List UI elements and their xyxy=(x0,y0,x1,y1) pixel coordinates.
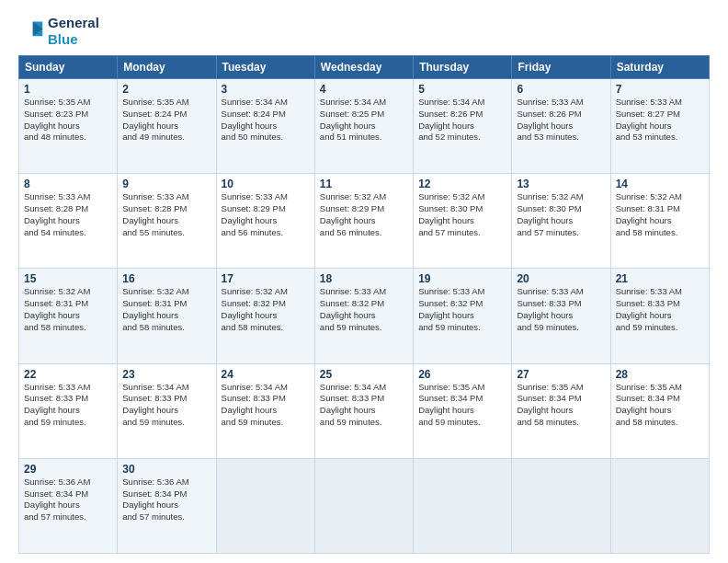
weekday-header-sunday: Sunday xyxy=(19,56,118,79)
day-number: 20 xyxy=(517,272,605,285)
day-info: Sunrise: 5:36 AM Sunset: 8:34 PM Dayligh… xyxy=(122,477,210,523)
day-cell: 20 Sunrise: 5:33 AM Sunset: 8:33 PM Dayl… xyxy=(512,269,610,363)
day-number: 13 xyxy=(517,178,605,190)
day-cell: 10 Sunrise: 5:33 AM Sunset: 8:29 PM Dayl… xyxy=(216,174,314,269)
day-number: 17 xyxy=(222,272,310,285)
logo-icon xyxy=(18,18,44,44)
day-cell xyxy=(610,458,709,553)
day-number: 8 xyxy=(24,178,112,190)
day-number: 11 xyxy=(320,178,408,190)
day-info: Sunrise: 5:34 AM Sunset: 8:33 PM Dayligh… xyxy=(320,382,408,429)
day-info: Sunrise: 5:34 AM Sunset: 8:24 PM Dayligh… xyxy=(222,97,310,144)
day-info: Sunrise: 5:33 AM Sunset: 8:32 PM Dayligh… xyxy=(320,286,408,333)
day-number: 24 xyxy=(222,368,310,381)
day-number: 7 xyxy=(616,83,704,96)
day-number: 15 xyxy=(24,272,112,285)
day-info: Sunrise: 5:34 AM Sunset: 8:25 PM Dayligh… xyxy=(320,97,408,144)
day-number: 30 xyxy=(122,463,210,476)
day-number: 12 xyxy=(418,178,506,190)
day-cell: 28 Sunrise: 5:35 AM Sunset: 8:34 PM Dayl… xyxy=(610,363,709,458)
day-info: Sunrise: 5:36 AM Sunset: 8:34 PM Dayligh… xyxy=(24,477,112,523)
day-cell: 5 Sunrise: 5:34 AM Sunset: 8:26 PM Dayli… xyxy=(414,79,512,174)
day-number: 1 xyxy=(24,83,112,96)
day-cell xyxy=(512,458,610,553)
day-info: Sunrise: 5:33 AM Sunset: 8:32 PM Dayligh… xyxy=(418,286,506,333)
day-info: Sunrise: 5:32 AM Sunset: 8:31 PM Dayligh… xyxy=(122,286,210,333)
weekday-header-saturday: Saturday xyxy=(610,56,709,79)
day-info: Sunrise: 5:33 AM Sunset: 8:33 PM Dayligh… xyxy=(616,286,704,333)
day-cell: 7 Sunrise: 5:33 AM Sunset: 8:27 PM Dayli… xyxy=(610,79,709,174)
day-cell: 14 Sunrise: 5:32 AM Sunset: 8:31 PM Dayl… xyxy=(610,174,709,269)
day-cell: 16 Sunrise: 5:32 AM Sunset: 8:31 PM Dayl… xyxy=(118,269,216,363)
day-info: Sunrise: 5:34 AM Sunset: 8:33 PM Dayligh… xyxy=(122,382,210,429)
day-cell: 21 Sunrise: 5:33 AM Sunset: 8:33 PM Dayl… xyxy=(610,269,709,363)
day-cell: 29 Sunrise: 5:36 AM Sunset: 8:34 PM Dayl… xyxy=(19,458,118,553)
day-cell: 19 Sunrise: 5:33 AM Sunset: 8:32 PM Dayl… xyxy=(414,269,512,363)
day-cell: 1 Sunrise: 5:35 AM Sunset: 8:23 PM Dayli… xyxy=(19,79,118,174)
day-number: 18 xyxy=(320,272,408,285)
day-info: Sunrise: 5:33 AM Sunset: 8:27 PM Dayligh… xyxy=(616,97,704,144)
day-cell: 23 Sunrise: 5:34 AM Sunset: 8:33 PM Dayl… xyxy=(118,363,216,458)
day-number: 21 xyxy=(616,272,704,285)
day-number: 28 xyxy=(616,368,704,381)
week-row-2: 8 Sunrise: 5:33 AM Sunset: 8:28 PM Dayli… xyxy=(19,174,710,269)
day-number: 23 xyxy=(122,368,210,381)
calendar-table: SundayMondayTuesdayWednesdayThursdayFrid… xyxy=(18,55,710,554)
day-number: 25 xyxy=(320,368,408,381)
logo-text: General Blue xyxy=(48,15,99,48)
day-info: Sunrise: 5:33 AM Sunset: 8:33 PM Dayligh… xyxy=(517,286,605,333)
day-cell: 4 Sunrise: 5:34 AM Sunset: 8:25 PM Dayli… xyxy=(314,79,413,174)
day-cell: 15 Sunrise: 5:32 AM Sunset: 8:31 PM Dayl… xyxy=(19,269,118,363)
calendar-page: General Blue SundayMondayTuesdayWednesda… xyxy=(0,0,728,563)
day-number: 10 xyxy=(222,178,310,190)
weekday-header-monday: Monday xyxy=(118,56,216,79)
day-cell xyxy=(314,458,413,553)
day-number: 3 xyxy=(222,83,310,96)
day-info: Sunrise: 5:33 AM Sunset: 8:26 PM Dayligh… xyxy=(517,97,605,144)
week-row-5: 29 Sunrise: 5:36 AM Sunset: 8:34 PM Dayl… xyxy=(19,458,710,553)
calendar-header: SundayMondayTuesdayWednesdayThursdayFrid… xyxy=(19,56,710,79)
day-cell: 8 Sunrise: 5:33 AM Sunset: 8:28 PM Dayli… xyxy=(19,174,118,269)
week-row-1: 1 Sunrise: 5:35 AM Sunset: 8:23 PM Dayli… xyxy=(19,79,710,174)
day-info: Sunrise: 5:35 AM Sunset: 8:34 PM Dayligh… xyxy=(517,382,605,429)
day-number: 2 xyxy=(122,83,210,96)
day-cell: 13 Sunrise: 5:32 AM Sunset: 8:30 PM Dayl… xyxy=(512,174,610,269)
day-cell: 22 Sunrise: 5:33 AM Sunset: 8:33 PM Dayl… xyxy=(19,363,118,458)
day-cell: 27 Sunrise: 5:35 AM Sunset: 8:34 PM Dayl… xyxy=(512,363,610,458)
day-cell: 26 Sunrise: 5:35 AM Sunset: 8:34 PM Dayl… xyxy=(414,363,512,458)
week-row-4: 22 Sunrise: 5:33 AM Sunset: 8:33 PM Dayl… xyxy=(19,363,710,458)
header: General Blue xyxy=(18,15,710,48)
day-cell: 11 Sunrise: 5:32 AM Sunset: 8:29 PM Dayl… xyxy=(314,174,413,269)
day-cell: 25 Sunrise: 5:34 AM Sunset: 8:33 PM Dayl… xyxy=(314,363,413,458)
weekday-header-wednesday: Wednesday xyxy=(314,56,413,79)
day-cell: 9 Sunrise: 5:33 AM Sunset: 8:28 PM Dayli… xyxy=(118,174,216,269)
day-cell: 18 Sunrise: 5:33 AM Sunset: 8:32 PM Dayl… xyxy=(314,269,413,363)
weekday-header-thursday: Thursday xyxy=(414,56,512,79)
day-info: Sunrise: 5:35 AM Sunset: 8:24 PM Dayligh… xyxy=(122,97,210,144)
day-number: 16 xyxy=(122,272,210,285)
weekday-header-friday: Friday xyxy=(512,56,610,79)
day-cell xyxy=(216,458,314,553)
day-cell: 30 Sunrise: 5:36 AM Sunset: 8:34 PM Dayl… xyxy=(118,458,216,553)
week-row-3: 15 Sunrise: 5:32 AM Sunset: 8:31 PM Dayl… xyxy=(19,269,710,363)
day-number: 5 xyxy=(418,83,506,96)
day-cell: 3 Sunrise: 5:34 AM Sunset: 8:24 PM Dayli… xyxy=(216,79,314,174)
day-info: Sunrise: 5:32 AM Sunset: 8:31 PM Dayligh… xyxy=(616,191,704,238)
day-cell: 17 Sunrise: 5:32 AM Sunset: 8:32 PM Dayl… xyxy=(216,269,314,363)
day-cell: 24 Sunrise: 5:34 AM Sunset: 8:33 PM Dayl… xyxy=(216,363,314,458)
day-info: Sunrise: 5:32 AM Sunset: 8:30 PM Dayligh… xyxy=(418,191,506,238)
day-info: Sunrise: 5:34 AM Sunset: 8:26 PM Dayligh… xyxy=(418,97,506,144)
day-info: Sunrise: 5:35 AM Sunset: 8:34 PM Dayligh… xyxy=(616,382,704,429)
day-info: Sunrise: 5:32 AM Sunset: 8:32 PM Dayligh… xyxy=(222,286,310,333)
day-number: 4 xyxy=(320,83,408,96)
day-cell xyxy=(414,458,512,553)
day-number: 9 xyxy=(122,178,210,190)
day-cell: 2 Sunrise: 5:35 AM Sunset: 8:24 PM Dayli… xyxy=(118,79,216,174)
day-info: Sunrise: 5:33 AM Sunset: 8:33 PM Dayligh… xyxy=(24,382,112,429)
day-info: Sunrise: 5:33 AM Sunset: 8:28 PM Dayligh… xyxy=(122,191,210,238)
day-info: Sunrise: 5:33 AM Sunset: 8:29 PM Dayligh… xyxy=(222,191,310,238)
day-cell: 12 Sunrise: 5:32 AM Sunset: 8:30 PM Dayl… xyxy=(414,174,512,269)
weekday-header-row: SundayMondayTuesdayWednesdayThursdayFrid… xyxy=(19,56,710,79)
calendar-body: 1 Sunrise: 5:35 AM Sunset: 8:23 PM Dayli… xyxy=(19,79,710,554)
day-cell: 6 Sunrise: 5:33 AM Sunset: 8:26 PM Dayli… xyxy=(512,79,610,174)
